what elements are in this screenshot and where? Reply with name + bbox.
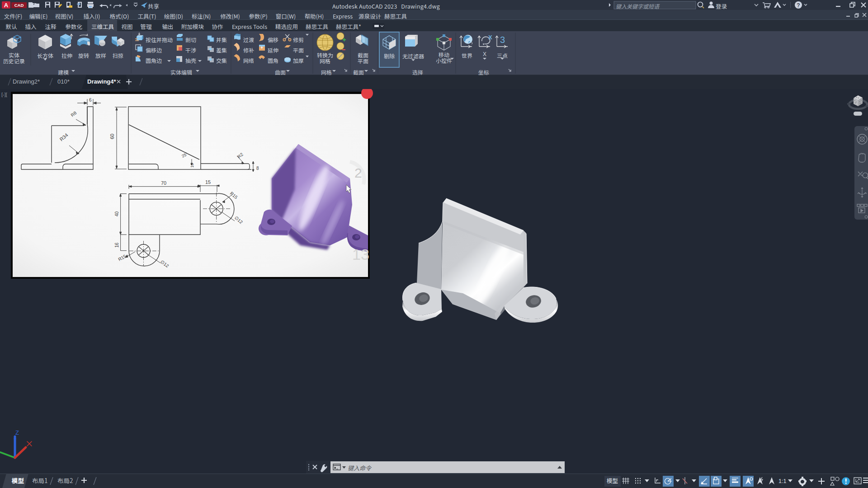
- svg-text:1:1: 1:1: [778, 478, 786, 484]
- svg-text:?: ?: [797, 2, 800, 9]
- svg-text:布局2: 布局2: [57, 476, 73, 485]
- svg-text:CAD: CAD: [14, 3, 24, 8]
- svg-text:Z: Z: [15, 429, 19, 436]
- svg-text:15: 15: [205, 179, 211, 185]
- svg-text:13: 13: [352, 246, 369, 263]
- svg-text:模型: 模型: [607, 476, 618, 485]
- svg-text:2: 2: [354, 165, 362, 180]
- svg-text:40: 40: [114, 211, 119, 216]
- svg-text:16: 16: [114, 242, 119, 248]
- svg-text:10: 10: [190, 163, 194, 168]
- svg-text:模型: 模型: [11, 476, 24, 485]
- svg-text:6: 6: [89, 98, 92, 103]
- svg-text:70: 70: [161, 180, 166, 186]
- svg-text:A: A: [4, 2, 9, 9]
- svg-text:60: 60: [109, 134, 115, 139]
- svg-text:8: 8: [256, 166, 259, 171]
- svg-text:布局1: 布局1: [32, 476, 48, 485]
